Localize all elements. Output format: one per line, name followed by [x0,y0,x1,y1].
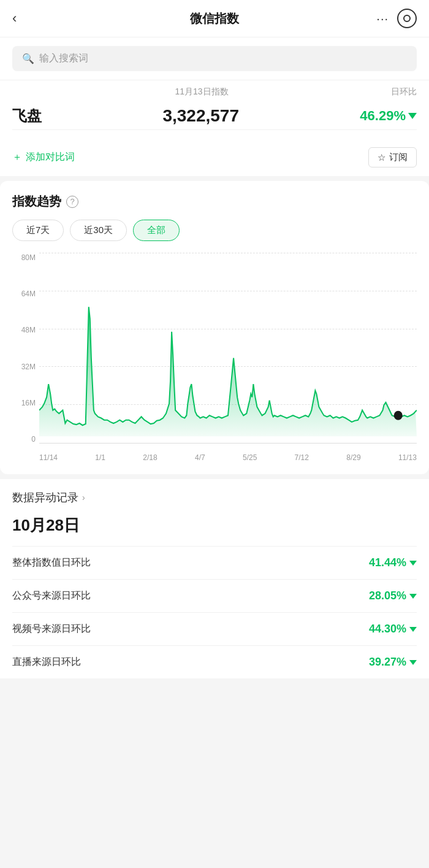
anomaly-row-0: 整体指数值日环比 41.44% [12,546,417,579]
back-button[interactable]: ‹ [12,10,17,26]
anomaly-label-2: 视频号来源日环比 [12,623,91,636]
y-label-64m: 64M [12,290,39,298]
subscribe-label: 订阅 [389,152,408,163]
anomaly-value-text-1: 28.05% [369,590,406,602]
x-label-6: 8/29 [346,453,360,462]
page-title: 微信指数 [190,10,239,27]
anomaly-value-1: 28.05% [369,590,417,602]
add-compare-label: 添加对比词 [26,151,75,164]
index-section: 11月13日指数 日环比 飞盘 3,322,577 46.29% [0,80,429,139]
y-label-0: 0 [12,435,39,444]
anomaly-label-1: 公众号来源日环比 [12,590,91,602]
anomaly-row-3: 直播来源日环比 39.27% [12,645,417,678]
scan-button[interactable] [397,9,417,28]
index-change: 46.29% [360,108,417,124]
anomaly-section: 数据异动记录 › 10月28日 整体指数值日环比 41.44% 公众号来源日环比… [0,479,429,678]
anomaly-value-text-2: 44.30% [369,623,406,636]
header: ‹ 微信指数 ··· [0,0,429,37]
tab-30days[interactable]: 近30天 [70,220,127,241]
header-right: ··· [376,9,417,28]
time-tabs: 近7天 近30天 全部 [12,220,417,241]
index-date-label: 11月13日指数 [175,86,228,98]
down-arrow-1 [409,594,417,599]
add-compare-button[interactable]: ＋ 添加对比词 [12,151,75,164]
anomaly-value-text-0: 41.44% [369,556,406,569]
index-change-label: 日环比 [391,86,417,98]
x-label-4: 5/25 [243,453,257,462]
header-left: ‹ [12,10,17,26]
y-label-80m: 80M [12,253,39,262]
search-input-wrap[interactable]: 🔍 输入搜索词 [12,46,417,71]
y-label-48m: 48M [12,326,39,334]
more-button[interactable]: ··· [376,12,389,26]
index-change-text: 46.29% [360,108,406,124]
x-labels: 11/14 1/1 2/18 4/7 5/25 7/12 8/29 11/13 [39,451,417,462]
y-label-16m: 16M [12,399,39,407]
anomaly-date: 10月28日 [12,515,417,536]
help-icon[interactable]: ? [66,196,78,208]
down-arrow-0 [409,561,417,566]
subscribe-button[interactable]: ☆ 订阅 [368,147,417,167]
anomaly-title-row[interactable]: 数据异动记录 › [12,490,417,505]
anomaly-row-2: 视频号来源日环比 44.30% [12,612,417,645]
chevron-right-icon: › [82,493,85,502]
search-icon: 🔍 [22,53,34,64]
x-label-2: 2/18 [143,453,157,462]
anomaly-label-3: 直播来源日环比 [12,656,81,669]
keyword-label: 飞盘 [12,106,42,126]
star-icon: ☆ [378,152,385,163]
anomaly-row-1: 公众号来源日环比 28.05% [12,579,417,612]
anomaly-value-2: 44.30% [369,623,417,636]
scan-icon-inner [403,15,411,22]
x-label-7: 11/13 [398,453,417,462]
anomaly-value-text-3: 39.27% [369,656,406,669]
anomaly-section-title: 数据异动记录 [12,490,78,505]
chart-dot [394,411,403,420]
search-placeholder: 输入搜索词 [39,52,88,65]
tab-7days[interactable]: 近7天 [12,220,64,241]
chart-svg [39,253,417,443]
chart-card: 指数趋势 ? 近7天 近30天 全部 0 16M 32M 48M 64M 80M [0,181,429,474]
x-label-1: 1/1 [95,453,105,462]
chart-title: 指数趋势 [12,193,61,210]
anomaly-value-0: 41.44% [369,556,417,569]
chart-title-row: 指数趋势 ? [12,193,417,210]
plus-icon: ＋ [12,151,22,164]
x-label-0: 11/14 [39,453,58,462]
down-arrow-3 [409,660,417,665]
down-arrow-icon [408,113,417,119]
x-label-5: 7/12 [295,453,309,462]
chart-area: 0 16M 32M 48M 64M 80M [12,253,417,462]
index-data-row: 飞盘 3,322,577 46.29% [12,102,417,130]
anomaly-label-0: 整体指数值日环比 [12,556,91,569]
search-bar: 🔍 输入搜索词 [0,37,429,80]
index-value: 3,322,577 [162,106,239,126]
anomaly-value-3: 39.27% [369,656,417,669]
x-label-3: 4/7 [195,453,205,462]
tab-all[interactable]: 全部 [133,220,180,241]
index-header-row: 11月13日指数 日环比 [12,80,417,102]
action-row: ＋ 添加对比词 ☆ 订阅 [0,139,429,176]
chart-inner [39,253,417,444]
chart-y-labels: 0 16M 32M 48M 64M 80M [12,253,39,444]
y-label-32m: 32M [12,363,39,371]
down-arrow-2 [409,627,417,632]
